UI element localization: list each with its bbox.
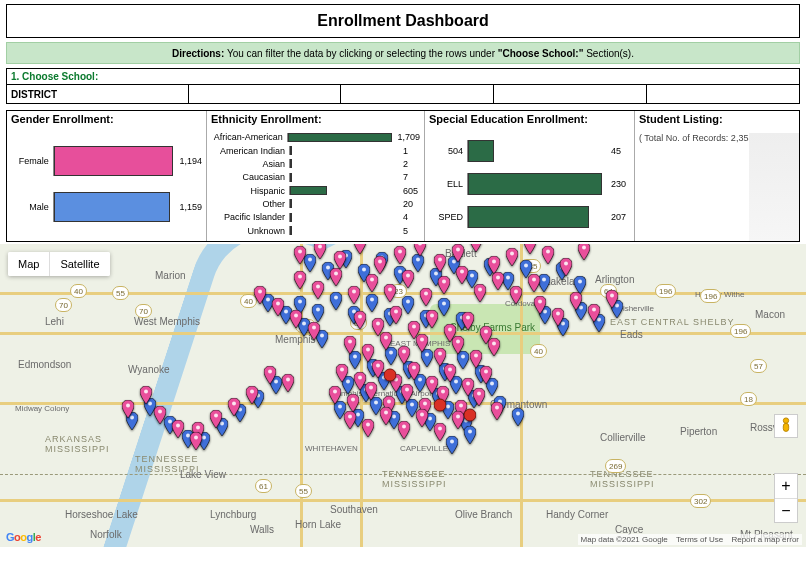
map-pin-pink[interactable] bbox=[329, 386, 341, 404]
map-pin-pink[interactable] bbox=[398, 421, 410, 439]
map-pin-pink[interactable] bbox=[140, 386, 152, 404]
map-pin-pink[interactable] bbox=[344, 411, 356, 429]
choose-cell[interactable] bbox=[493, 85, 646, 103]
map-pin-pink[interactable] bbox=[408, 362, 420, 380]
map-pin-pink[interactable] bbox=[308, 322, 320, 340]
map-pin-pink[interactable] bbox=[294, 246, 306, 264]
map-pin-pink[interactable] bbox=[491, 402, 503, 420]
map-report-link[interactable]: Report a map error bbox=[731, 535, 799, 544]
choose-cell[interactable] bbox=[188, 85, 341, 103]
zoom-out-button[interactable]: − bbox=[775, 498, 797, 522]
map-pin-pink[interactable] bbox=[344, 336, 356, 354]
map-pin-pink[interactable] bbox=[254, 286, 266, 304]
map-pin-pink[interactable] bbox=[246, 386, 258, 404]
map-pin-blue[interactable] bbox=[312, 304, 324, 322]
map-pin-blue[interactable] bbox=[402, 296, 414, 314]
map-pin-pink[interactable] bbox=[354, 311, 366, 329]
map-pin-pink[interactable] bbox=[524, 244, 536, 254]
map-pin-pink[interactable] bbox=[334, 251, 346, 269]
map-pin-pink[interactable] bbox=[534, 296, 546, 314]
map-pin-pink[interactable] bbox=[372, 360, 384, 378]
map-pin-pink[interactable] bbox=[272, 298, 284, 316]
map-pin-pink[interactable] bbox=[606, 290, 618, 308]
map-pin-pink[interactable] bbox=[122, 400, 134, 418]
map-pin-pink[interactable] bbox=[264, 366, 276, 384]
map-pin-pink[interactable] bbox=[172, 420, 184, 438]
map-pin-pink[interactable] bbox=[394, 246, 406, 264]
map-pin-blue[interactable] bbox=[438, 298, 450, 316]
map-pin-pink[interactable] bbox=[210, 410, 222, 428]
map-pin-pink[interactable] bbox=[470, 244, 482, 252]
map-pin-pink[interactable] bbox=[348, 286, 360, 304]
map-pin-pink[interactable] bbox=[401, 384, 413, 402]
map-pin-pink[interactable] bbox=[506, 248, 518, 266]
map-pin-pink[interactable] bbox=[366, 274, 378, 292]
map-pin-pink[interactable] bbox=[312, 281, 324, 299]
map-pin-pink[interactable] bbox=[420, 288, 432, 306]
map-pin-pink[interactable] bbox=[362, 419, 374, 437]
map-pin-pink[interactable] bbox=[434, 423, 446, 441]
map-pin-pink[interactable] bbox=[380, 332, 392, 350]
map-pin-pink[interactable] bbox=[438, 276, 450, 294]
map-type-map-button[interactable]: Map bbox=[8, 252, 49, 276]
map-pin-pink[interactable] bbox=[588, 304, 600, 322]
map-pin-red[interactable] bbox=[434, 396, 446, 414]
map-pin-pink[interactable] bbox=[480, 366, 492, 384]
map-pin-pink[interactable] bbox=[384, 284, 396, 302]
map-pin-pink[interactable] bbox=[336, 364, 348, 382]
bar-fill bbox=[288, 133, 392, 142]
map-pin-blue[interactable] bbox=[446, 436, 458, 454]
map-pin-pink[interactable] bbox=[528, 274, 540, 292]
map-pin-pink[interactable] bbox=[354, 244, 366, 254]
map-pin-pink[interactable] bbox=[190, 432, 202, 450]
map-pin-pink[interactable] bbox=[542, 246, 554, 264]
map-pin-blue[interactable] bbox=[330, 292, 342, 310]
map-pin-pink[interactable] bbox=[488, 338, 500, 356]
map-pin-pink[interactable] bbox=[330, 268, 342, 286]
map-pin-pink[interactable] bbox=[510, 286, 522, 304]
map[interactable]: MemphisEAST MEMPHISBartlettShelby Farms … bbox=[0, 244, 806, 547]
map-pin-blue[interactable] bbox=[512, 408, 524, 426]
map-pin-pink[interactable] bbox=[282, 374, 294, 392]
map-pin-red[interactable] bbox=[464, 406, 476, 424]
map-pin-pink[interactable] bbox=[314, 244, 326, 259]
map-pin-pink[interactable] bbox=[347, 394, 359, 412]
choose-cell[interactable] bbox=[646, 85, 800, 103]
map-pin-pink[interactable] bbox=[402, 270, 414, 288]
map-pin-pink[interactable] bbox=[414, 244, 426, 256]
map-pin-pink[interactable] bbox=[452, 244, 464, 262]
map-pin-blue[interactable] bbox=[366, 294, 378, 312]
map-pin-pink[interactable] bbox=[380, 407, 392, 425]
map-pin-pink[interactable] bbox=[416, 409, 428, 427]
choose-cell[interactable] bbox=[340, 85, 493, 103]
map-pin-pink[interactable] bbox=[570, 292, 582, 310]
map-pin-pink[interactable] bbox=[560, 258, 572, 276]
map-pin-pink[interactable] bbox=[474, 284, 486, 302]
map-type-satellite-button[interactable]: Satellite bbox=[49, 252, 109, 276]
map-pin-pink[interactable] bbox=[456, 266, 468, 284]
map-pin-red[interactable] bbox=[384, 366, 396, 384]
map-pin-pink[interactable] bbox=[390, 306, 402, 324]
map-pin-pink[interactable] bbox=[154, 406, 166, 424]
map-pin-blue[interactable] bbox=[464, 426, 476, 444]
streetview-pegman[interactable] bbox=[774, 414, 798, 438]
map-pin-pink[interactable] bbox=[365, 382, 377, 400]
map-pin-pink[interactable] bbox=[374, 256, 386, 274]
map-pin-pink[interactable] bbox=[290, 310, 302, 328]
map-pin-pink[interactable] bbox=[492, 272, 504, 290]
map-pin-pink[interactable] bbox=[552, 308, 564, 326]
map-pin-pink[interactable] bbox=[473, 388, 485, 406]
map-pin-pink[interactable] bbox=[578, 244, 590, 260]
map-pin-pink[interactable] bbox=[228, 398, 240, 416]
zoom-in-button[interactable]: + bbox=[775, 474, 797, 498]
map-pin-pink[interactable] bbox=[444, 364, 456, 382]
map-terms-link[interactable]: Terms of Use bbox=[676, 535, 723, 544]
map-pin-pink[interactable] bbox=[416, 334, 428, 352]
map-pin-pink[interactable] bbox=[452, 411, 464, 429]
choose-cell[interactable]: DISTRICT bbox=[6, 85, 188, 103]
map-pin-pink[interactable] bbox=[294, 271, 306, 289]
map-pin-pink[interactable] bbox=[426, 310, 438, 328]
map-pin-pink[interactable] bbox=[462, 312, 474, 330]
map-pin-pink[interactable] bbox=[434, 254, 446, 272]
map-pin-pink[interactable] bbox=[452, 336, 464, 354]
